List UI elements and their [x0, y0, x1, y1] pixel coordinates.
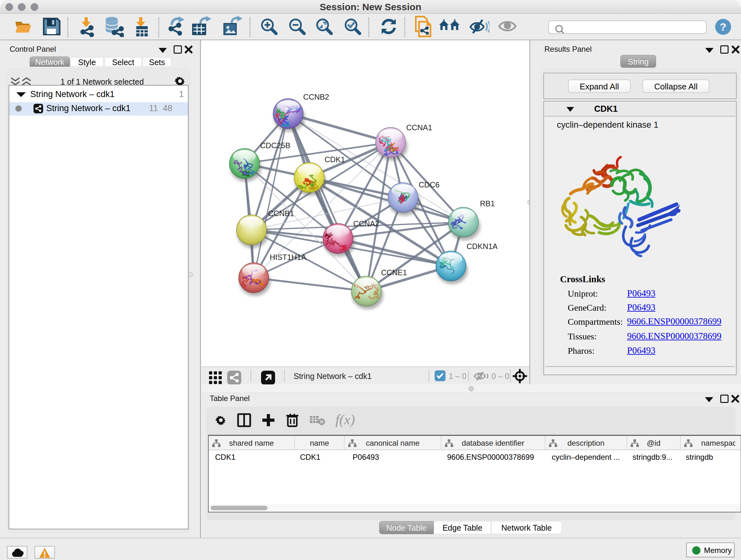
svg-text:CDK1: CDK1	[325, 155, 345, 164]
svg-text:CCNB2: CCNB2	[303, 92, 329, 101]
svg-text:?: ?	[720, 21, 727, 33]
svg-text:CCNB1: CCNB1	[268, 209, 294, 218]
svg-text:RB1: RB1	[480, 199, 495, 208]
svg-text:CDC25B: CDC25B	[260, 141, 290, 150]
svg-text:CCNA2: CCNA2	[353, 219, 379, 228]
svg-text:CCNE1: CCNE1	[381, 268, 407, 277]
svg-text:CDKN1A: CDKN1A	[467, 242, 497, 251]
svg-text:CCNA1: CCNA1	[406, 123, 432, 132]
svg-text:CDC6: CDC6	[419, 180, 440, 189]
svg-text:HIST1H1A: HIST1H1A	[270, 253, 307, 261]
